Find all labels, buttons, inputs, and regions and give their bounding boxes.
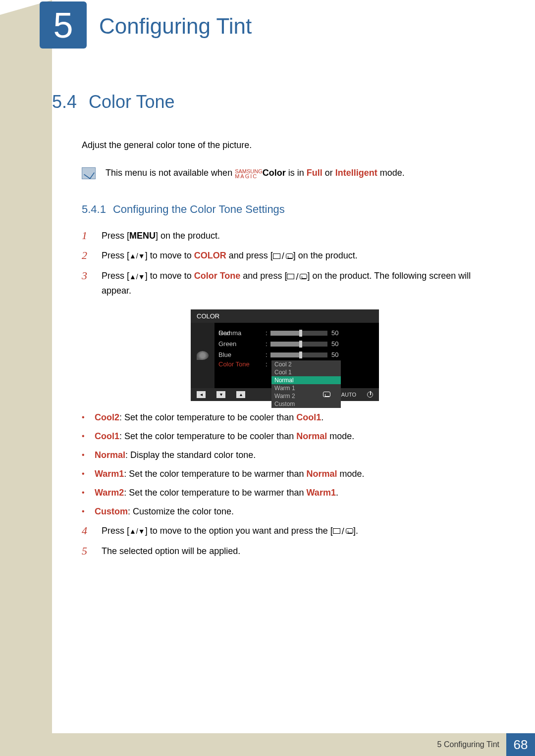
bullet-icon: • bbox=[82, 411, 87, 424]
enter-icon: / bbox=[287, 270, 307, 284]
t: ] on the product. bbox=[156, 231, 220, 241]
bullet-custom: •Custom: Customize the color tone. bbox=[82, 505, 488, 518]
bullet-icon: • bbox=[82, 505, 87, 518]
power-icon bbox=[367, 392, 373, 398]
t: : Set the color temperature to be cooler… bbox=[119, 431, 296, 441]
t: : Display the standard color tone. bbox=[125, 450, 256, 460]
bullet-warm2: •Warm2: Set the color temperature to be … bbox=[82, 486, 488, 499]
osd-option: Warm 2 bbox=[271, 392, 341, 400]
k: Cool2 bbox=[95, 412, 119, 422]
up-down-icon: ▲/▼ bbox=[129, 249, 145, 263]
step-number: 2 bbox=[82, 249, 91, 263]
auto-label: AUTO bbox=[341, 392, 356, 398]
note-mid: is in bbox=[286, 168, 307, 178]
step-4: 4 Press [▲/▼] to move to the option you … bbox=[82, 524, 488, 538]
t: Press [ bbox=[102, 526, 129, 536]
t: and press [ bbox=[240, 271, 287, 281]
step-number: 5 bbox=[82, 544, 91, 558]
step-number: 4 bbox=[82, 524, 91, 538]
t: ] on the product. bbox=[293, 251, 358, 260]
enter-icon: / bbox=[333, 524, 353, 538]
note-pre: This menu is not available when bbox=[106, 168, 235, 178]
t: . bbox=[321, 412, 323, 422]
content: 5.4 Color Tone Adjust the general color … bbox=[52, 82, 488, 564]
k: Warm2 bbox=[95, 488, 124, 498]
step-3: 3 Press [▲/▼] to move to Color Tone and … bbox=[82, 269, 488, 297]
t: : Set the color temperature to be warmer… bbox=[124, 469, 306, 479]
osd-label: Green bbox=[218, 340, 266, 348]
osd-slider bbox=[270, 331, 327, 336]
t: Press [ bbox=[102, 271, 129, 281]
osd-icon-col bbox=[191, 323, 214, 388]
t: ]. bbox=[353, 526, 358, 536]
bullet-text: Warm1: Set the color temperature to be w… bbox=[95, 467, 365, 480]
magic-word: MAGIC bbox=[235, 174, 263, 179]
note-row: This menu is not available when SAMSUNGM… bbox=[82, 167, 488, 179]
up-key-icon: ▴ bbox=[236, 391, 245, 398]
t: and press [ bbox=[226, 251, 273, 260]
osd-dropdown: Cool 2 Cool 1 Normal Warm 1 Warm 2 Custo… bbox=[271, 360, 341, 408]
step-number: 3 bbox=[82, 269, 91, 297]
t: ] to move to the option you want and pre… bbox=[145, 526, 333, 536]
bullet-normal: •Normal: Display the standard color tone… bbox=[82, 449, 488, 461]
step-1: 1 Press [MENU] on the product. bbox=[82, 229, 488, 243]
up-down-icon: ▲/▼ bbox=[129, 270, 145, 284]
osd-value: 50 bbox=[331, 351, 338, 358]
chapter-title: Configuring Tint bbox=[99, 14, 252, 39]
t: Press [ bbox=[102, 231, 129, 241]
samsung-magic-logo: SAMSUNGMAGIC bbox=[235, 169, 263, 179]
subsection-header: 5.4.1Configuring the Color Tone Settings bbox=[82, 203, 488, 216]
subsection-title: Configuring the Color Tone Settings bbox=[113, 203, 285, 215]
enter-key-icon bbox=[323, 392, 330, 397]
r: Normal bbox=[307, 469, 337, 479]
t: : Set the color temperature to be warmer… bbox=[124, 488, 306, 498]
bullet-icon: • bbox=[82, 486, 87, 499]
step-5: 5 The selected option will be applied. bbox=[82, 544, 488, 558]
osd-screenshot: COLOR Red: 50 Green: 50 bbox=[191, 309, 379, 401]
bullet-text: Normal: Display the standard color tone. bbox=[95, 449, 256, 461]
osd-option: Cool 2 bbox=[271, 360, 341, 368]
bullet-text: Warm2: Set the color temperature to be w… bbox=[95, 486, 338, 499]
osd-label: Color Tone bbox=[218, 360, 266, 368]
step-2: 2 Press [▲/▼] to move to COLOR and press… bbox=[82, 249, 488, 263]
osd-option: Custom bbox=[271, 400, 341, 408]
section-body: Adjust the general color tone of the pic… bbox=[82, 140, 488, 558]
footer: 5 Configuring Tint 68 bbox=[52, 733, 535, 756]
osd-value: 50 bbox=[331, 340, 338, 348]
bullet-icon: • bbox=[82, 449, 87, 461]
osd-label: Blue bbox=[218, 351, 266, 358]
up-down-icon: ▲/▼ bbox=[129, 524, 145, 538]
osd-rows: Red: 50 Green: 50 Blue: 50 bbox=[214, 323, 379, 388]
page: 5 Configuring Tint 5.4 Color Tone Adjust… bbox=[0, 0, 535, 756]
section-number: 5.4 bbox=[52, 92, 77, 112]
section-title: Color Tone bbox=[89, 92, 174, 112]
step-text: Press [MENU] on the product. bbox=[102, 229, 220, 243]
osd-option: Cool 1 bbox=[271, 368, 341, 376]
intel-word: Intelligent bbox=[335, 168, 377, 178]
osd-option-selected: Normal bbox=[271, 376, 341, 384]
page-number: 68 bbox=[506, 733, 535, 756]
osd-slider bbox=[270, 353, 327, 357]
step-text: Press [▲/▼] to move to Color Tone and pr… bbox=[102, 269, 488, 297]
k: Custom bbox=[95, 506, 128, 516]
osd-value: 50 bbox=[331, 329, 338, 337]
step-text: Press [▲/▼] to move to the option you wa… bbox=[102, 524, 358, 538]
k: Cool1 bbox=[95, 431, 119, 441]
note-or: or bbox=[322, 168, 335, 178]
t: Press [ bbox=[102, 251, 129, 260]
note-post: mode. bbox=[377, 168, 405, 178]
footer-crumb: 5 Configuring Tint bbox=[52, 733, 506, 756]
t: . bbox=[336, 488, 338, 498]
step-text: Press [▲/▼] to move to COLOR and press [… bbox=[102, 249, 358, 263]
full-word: Full bbox=[307, 168, 322, 178]
chapter-number: 5 bbox=[53, 5, 73, 46]
subsection-number: 5.4.1 bbox=[82, 203, 106, 215]
t: ] to move to bbox=[145, 271, 194, 281]
step-number: 1 bbox=[82, 229, 91, 243]
t: : Set the color temperature to be cooler… bbox=[119, 412, 296, 422]
bullet-text: Cool1: Set the color temperature to be c… bbox=[95, 430, 354, 443]
bullet-icon: • bbox=[82, 430, 87, 443]
bullet-text: Cool2: Set the color temperature to be c… bbox=[95, 411, 323, 424]
k: Normal bbox=[95, 450, 125, 460]
steps-list: 1 Press [MENU] on the product. 2 Press [… bbox=[82, 229, 488, 298]
